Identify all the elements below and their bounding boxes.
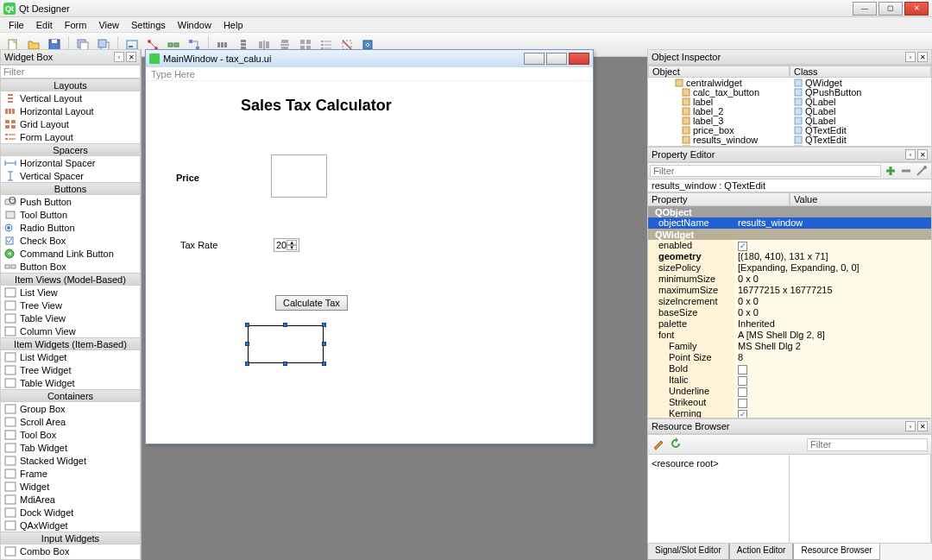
property-value[interactable]	[734, 240, 931, 251]
widget-box-filter[interactable]: Filter	[0, 65, 141, 79]
property-col-header[interactable]: Property	[647, 192, 790, 206]
widget-item[interactable]: Check Box	[1, 234, 140, 247]
maximize-button[interactable]	[878, 2, 903, 16]
widget-item[interactable]: QAxWidget	[1, 519, 140, 532]
menu-settings[interactable]: Settings	[126, 20, 171, 30]
widget-category[interactable]: Input Widgets	[1, 532, 140, 544]
property-row[interactable]: minimumSize0 x 0	[648, 274, 931, 285]
property-row[interactable]: maximumSize16777215 x 16777215	[648, 285, 931, 296]
widget-item[interactable]: List Widget	[1, 350, 140, 363]
resource-tab[interactable]: Resource Browser	[793, 544, 879, 560]
property-row[interactable]: Bold	[648, 363, 931, 374]
widget-item[interactable]: Table Widget	[1, 376, 140, 389]
class-row[interactable]: QWidget	[790, 78, 931, 87]
resource-filter-input[interactable]	[807, 438, 928, 451]
tax-rate-spinbox[interactable]: 20 ▲▼	[274, 238, 299, 252]
widget-item[interactable]: Tree View	[1, 299, 140, 311]
property-row[interactable]: objectNameresults_window	[648, 217, 931, 229]
property-group-header[interactable]: QWidget	[648, 229, 931, 240]
form-canvas[interactable]: Sales Tax Calculator Price Tax Rate 20 ▲…	[146, 81, 593, 444]
property-value[interactable]: 0 x 0	[734, 296, 931, 307]
property-row[interactable]: Strikeout	[648, 397, 931, 408]
widget-item[interactable]: OKPush Button	[1, 195, 140, 208]
resource-tree[interactable]: <resource root>	[648, 455, 790, 543]
property-row[interactable]: fontA [MS Shell Dlg 2, 8]	[648, 330, 931, 341]
resize-handle[interactable]	[245, 323, 249, 327]
menu-window[interactable]: Window	[173, 20, 217, 30]
widget-box-title[interactable]: Widget Box ▫ ✕	[0, 49, 141, 65]
property-value[interactable]	[734, 374, 931, 386]
property-value[interactable]: 8	[734, 352, 931, 363]
object-row[interactable]: calc_tax_button	[648, 87, 790, 97]
widget-item[interactable]: Tool Button	[1, 208, 140, 221]
object-row[interactable]: label_2	[648, 106, 790, 116]
property-filter-input[interactable]	[650, 165, 881, 177]
resize-handle[interactable]	[245, 342, 249, 346]
class-col-header[interactable]: Class	[790, 66, 931, 78]
dock-restore-button[interactable]: ▫	[114, 52, 124, 62]
form-window[interactable]: MainWindow - tax_calu.ui Type Here Sales…	[145, 49, 594, 444]
object-row[interactable]: centralwidget	[648, 78, 790, 87]
widget-item[interactable]: Table View	[1, 311, 140, 324]
property-value[interactable]: Inherited	[734, 318, 931, 330]
widget-item[interactable]: Form Layout	[1, 130, 140, 143]
resize-handle[interactable]	[322, 362, 326, 366]
dock-restore-button[interactable]: ▫	[905, 149, 916, 160]
dock-close-button[interactable]: ✕	[917, 52, 928, 62]
property-row[interactable]: Italic	[648, 374, 931, 386]
resize-handle[interactable]	[283, 362, 287, 366]
object-row[interactable]: label_3	[648, 116, 790, 125]
property-value[interactable]	[734, 408, 931, 418]
menu-form[interactable]: Form	[60, 20, 92, 30]
property-row[interactable]: Kerning	[648, 408, 931, 418]
widget-item[interactable]: Widget	[1, 480, 140, 493]
widget-item[interactable]: Tree Widget	[1, 363, 140, 376]
property-value[interactable]: MS Shell Dlg 2	[734, 341, 931, 352]
menu-edit[interactable]: Edit	[31, 20, 58, 30]
widget-item[interactable]: Column View	[1, 324, 140, 337]
property-value[interactable]: A [MS Shell Dlg 2, 8]	[734, 330, 931, 341]
object-row[interactable]: price_box	[648, 125, 790, 135]
widget-item[interactable]: Horizontal Spacer	[1, 156, 140, 169]
widget-item[interactable]: Group Box	[1, 402, 140, 415]
property-row[interactable]: Point Size8	[648, 352, 931, 363]
property-row[interactable]: baseSize0 x 0	[648, 307, 931, 318]
resource-preview[interactable]	[790, 455, 931, 543]
object-row[interactable]: label	[648, 97, 790, 106]
heading-label[interactable]: Sales Tax Calculator	[241, 97, 392, 115]
class-row[interactable]: QLabel	[790, 116, 931, 125]
form-titlebar[interactable]: MainWindow - tax_calu.ui	[146, 50, 593, 67]
minimize-button[interactable]	[853, 2, 877, 16]
price-textedit[interactable]	[271, 154, 327, 198]
menubar[interactable]: FileEditFormViewSettingsWindowHelp	[0, 17, 932, 33]
property-value[interactable]	[734, 386, 931, 397]
widget-item[interactable]: Tool Box	[1, 428, 140, 441]
property-row[interactable]: sizeIncrement0 x 0	[648, 296, 931, 307]
dock-close-button[interactable]: ✕	[126, 52, 136, 62]
widget-category[interactable]: Layouts	[1, 79, 140, 91]
resize-handle[interactable]	[245, 362, 249, 366]
widget-item[interactable]: Scroll Area	[1, 415, 140, 428]
widget-item[interactable]: Stacked Widget	[1, 454, 140, 467]
property-value[interactable]	[734, 363, 931, 374]
value-col-header[interactable]: Value	[790, 192, 932, 206]
resource-tab[interactable]: Signal/Slot Editor	[647, 544, 729, 560]
object-inspector-title[interactable]: Object Inspector ▫ ✕	[647, 49, 932, 65]
dock-close-button[interactable]: ✕	[917, 149, 928, 160]
property-value[interactable]: results_window	[734, 217, 931, 229]
property-group-header[interactable]: QObject	[648, 206, 931, 217]
property-row[interactable]: geometry[(180, 410), 131 x 71]	[648, 251, 931, 262]
property-row[interactable]: Underline	[648, 386, 931, 397]
form-minimize-button[interactable]	[524, 53, 545, 65]
close-button[interactable]	[904, 2, 929, 16]
widget-item[interactable]: Vertical Spacer	[1, 169, 140, 182]
object-row[interactable]: results_window	[648, 135, 790, 144]
resource-browser-title[interactable]: Resource Browser ▫ ✕	[647, 418, 932, 434]
widget-item[interactable]: Grid Layout	[1, 117, 140, 130]
price-label[interactable]: Price	[176, 173, 199, 183]
resource-tab[interactable]: Action Editor	[729, 544, 794, 560]
resize-handle[interactable]	[283, 323, 287, 327]
tax-rate-label[interactable]: Tax Rate	[180, 240, 217, 250]
reload-resources-button[interactable]	[669, 437, 683, 452]
form-menubar[interactable]: Type Here	[146, 67, 593, 81]
